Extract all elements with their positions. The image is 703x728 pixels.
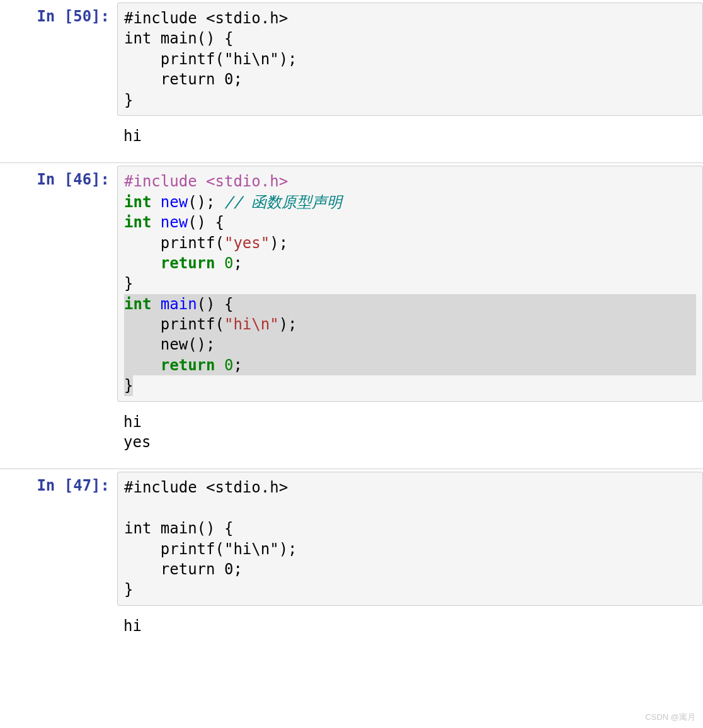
output-area-container: hi xyxy=(117,121,703,152)
output-text: hi yes xyxy=(117,407,703,459)
code-input[interactable]: #include <stdio.h> int main() { printf("… xyxy=(117,3,703,116)
code-line: new(); xyxy=(124,334,696,355)
input-prompt: In [46]: xyxy=(37,171,110,188)
input-area[interactable]: #include <stdio.h> int main() { printf("… xyxy=(117,472,703,605)
code-line: printf("hi\n"); xyxy=(124,539,696,559)
code-line: int main() { xyxy=(124,518,696,538)
cell-3-input-row: In [47]: #include <stdio.h> int main() {… xyxy=(0,469,703,608)
code-line: return 0; xyxy=(124,69,696,89)
cell-1: In [50]: #include <stdio.h> int main() {… xyxy=(0,0,703,162)
output-prompt-area xyxy=(0,407,117,459)
cell-3: In [47]: #include <stdio.h> int main() {… xyxy=(0,469,703,652)
code-input[interactable]: #include <stdio.h> int new(); // 函数原型声明 … xyxy=(117,166,703,401)
output-prompt-area xyxy=(0,611,117,642)
code-line: int new(); // 函数原型声明 xyxy=(124,192,696,212)
code-line: printf("yes"); xyxy=(124,233,696,253)
code-line xyxy=(124,498,696,518)
code-line: } xyxy=(124,90,696,110)
code-line: } xyxy=(124,579,696,600)
cell-2-output-row: hi yes xyxy=(0,404,703,462)
cell-1-output-row: hi xyxy=(0,118,703,155)
code-line: } xyxy=(124,273,696,293)
code-line: int new() { xyxy=(124,212,696,232)
code-line: #include <stdio.h> xyxy=(124,8,696,28)
cell-3-output-row: hi xyxy=(0,608,703,645)
code-line: int main() { xyxy=(124,28,696,48)
cell-2-input-row: In [46]: #include <stdio.h> int new(); /… xyxy=(0,163,703,404)
code-line: #include <stdio.h> xyxy=(124,171,696,191)
code-line: return 0; xyxy=(124,355,696,375)
output-prompt-area xyxy=(0,121,117,152)
prompt-area: In [50]: xyxy=(0,3,117,116)
output-text: hi xyxy=(117,611,703,642)
output-text: hi xyxy=(117,121,703,152)
code-line: return 0; xyxy=(124,253,696,273)
code-line: } xyxy=(124,375,696,395)
code-input[interactable]: #include <stdio.h> int main() { printf("… xyxy=(117,472,703,605)
code-line: printf("hi\n"); xyxy=(124,314,696,334)
input-area[interactable]: #include <stdio.h> int main() { printf("… xyxy=(117,3,703,116)
output-area-container: hi yes xyxy=(117,407,703,459)
code-line: #include <stdio.h> xyxy=(124,477,696,498)
code-line: return 0; xyxy=(124,559,696,579)
input-prompt: In [47]: xyxy=(37,477,110,494)
input-area[interactable]: #include <stdio.h> int new(); // 函数原型声明 … xyxy=(117,166,703,401)
cell-2: In [46]: #include <stdio.h> int new(); /… xyxy=(0,163,703,469)
prompt-area: In [47]: xyxy=(0,472,117,605)
prompt-area: In [46]: xyxy=(0,166,117,401)
code-line: printf("hi\n"); xyxy=(124,49,696,69)
cell-1-input-row: In [50]: #include <stdio.h> int main() {… xyxy=(0,0,703,118)
output-area-container: hi xyxy=(117,611,703,642)
input-prompt: In [50]: xyxy=(37,8,110,25)
code-line: int main() { xyxy=(124,294,696,314)
